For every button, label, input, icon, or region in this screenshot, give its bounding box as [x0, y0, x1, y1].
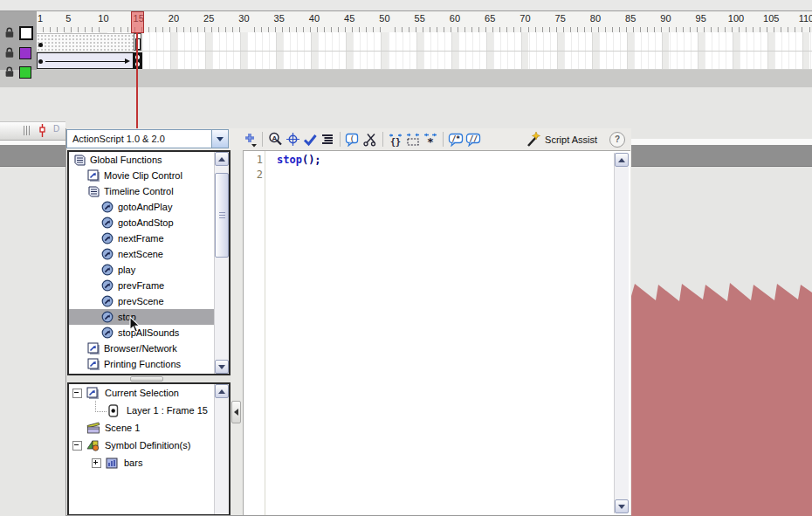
check-syntax-button[interactable] — [301, 131, 319, 148]
square-arrow-icon — [87, 169, 100, 182]
lock-icon[interactable] — [4, 66, 15, 78]
toolbox-item-global-functions[interactable]: Global Functions — [69, 152, 229, 168]
scroll-up-button[interactable] — [215, 384, 229, 398]
collapse-selection-button[interactable] — [404, 131, 422, 148]
toolbox-item-stop[interactable]: stop — [69, 309, 229, 325]
tween-arrowhead — [125, 58, 130, 64]
toolbar-separator — [340, 132, 341, 147]
ruler-label: 70 — [520, 13, 530, 24]
dropdown-value: ActionScript 1.0 & 2.0 — [67, 134, 211, 144]
thumb-grip-icon — [219, 212, 225, 219]
toolbox-item-prevframe[interactable]: prevFrame — [69, 278, 229, 293]
apply-line-comment-button[interactable]: // — [464, 131, 482, 148]
navigator-item-symbol-definition-s-[interactable]: Symbol Definition(s) — [69, 437, 229, 454]
scroll-down-button[interactable] — [215, 360, 229, 374]
show-code-hint-icon: ( — [345, 132, 361, 147]
splitter-knob[interactable] — [130, 376, 163, 382]
stage-bars-artwork[interactable] — [631, 128, 812, 516]
script-line[interactable]: 2 — [244, 169, 615, 183]
circle-arrow-icon — [101, 327, 114, 339]
svg-text:/*: /* — [451, 135, 460, 143]
toolbox-item-label: Movie Clip Control — [104, 170, 182, 181]
code-text: stop(); — [263, 154, 321, 169]
script-assist-button[interactable]: Script Assist — [524, 131, 597, 148]
apply-block-comment-button[interactable]: /* — [447, 131, 464, 148]
navigator-item-bars[interactable]: bars — [69, 454, 229, 471]
timeline-ruler[interactable]: 1510152025303540455055606570758085909510… — [37, 11, 812, 27]
navigator-scrollbar[interactable] — [214, 384, 229, 514]
apply-line-comment-icon: // — [465, 132, 482, 147]
collapse-panel-handle[interactable] — [231, 401, 241, 423]
layer1-color-swatch[interactable] — [19, 47, 31, 59]
clipped-label-fragment: D — [53, 124, 59, 134]
layer2-color-swatch[interactable] — [19, 66, 31, 79]
toolbox-item-nextscene[interactable]: nextScene — [69, 246, 229, 262]
navigator-item-layer-1-frame-15[interactable]: Layer 1 : Frame 15 — [69, 402, 229, 419]
script-navigator-tree: Current SelectionLayer 1 : Frame 15Scene… — [67, 382, 231, 515]
lock-icon[interactable] — [4, 27, 15, 38]
insert-target-path-button[interactable] — [284, 131, 301, 148]
collapse-between-braces-button[interactable]: {} — [387, 131, 404, 148]
auto-format-button[interactable] — [319, 131, 336, 148]
toolbox-item-prevscene[interactable]: prevScene — [69, 293, 229, 309]
circle-arrow-icon — [101, 295, 114, 307]
toolbox-item-stopallsounds[interactable]: stopAllSounds — [69, 325, 229, 341]
help-icon: ? — [615, 134, 620, 144]
collapse-icon[interactable] — [72, 441, 82, 451]
navigator-item-label: bars — [124, 458, 142, 468]
lock-icon[interactable] — [4, 47, 15, 58]
toolbox-item-timeline-control[interactable]: Timeline Control — [69, 183, 229, 199]
script-lines[interactable]: 1stop();2 — [244, 154, 615, 515]
frame-grid[interactable] — [37, 32, 812, 70]
line-number: 2 — [244, 169, 263, 183]
timeline-panel: 1510152025303540455055606570758085909510… — [0, 0, 812, 87]
panel-gutter — [231, 150, 243, 515]
toolbox-item-label: gotoAndStop — [118, 217, 174, 228]
navigator-item-scene-1[interactable]: Scene 1 — [69, 419, 229, 437]
chevron-down-icon — [217, 137, 224, 141]
toolbox-item-movie-clip-control[interactable]: Movie Clip Control — [69, 168, 229, 183]
arrow-down-icon — [618, 505, 625, 509]
toolbox-item-gotoandplay[interactable]: gotoAndPlay — [69, 199, 229, 215]
auto-format-icon — [320, 133, 334, 147]
debug-options-button[interactable] — [361, 131, 379, 148]
toolbox-item-printing-functions[interactable]: Printing Functions — [69, 356, 229, 372]
scrollbar-thumb[interactable] — [215, 173, 229, 258]
layer1-frame-span[interactable] — [37, 33, 134, 52]
toolbox-scrollbar[interactable] — [214, 152, 229, 374]
script-line[interactable]: 1stop(); — [244, 154, 615, 169]
actionscript-version-dropdown[interactable]: ActionScript 1.0 & 2.0 — [66, 129, 229, 148]
add-statement-button[interactable] — [241, 131, 258, 148]
toolbox-item-nextframe[interactable]: nextFrame — [69, 230, 229, 246]
playhead-line[interactable] — [136, 32, 138, 128]
script-editor[interactable]: 1stop();2 — [243, 150, 630, 515]
frame-icon — [108, 404, 122, 417]
script-scrollbar[interactable] — [614, 153, 629, 513]
toolbox-item-browser-network[interactable]: Browser/Network — [69, 341, 229, 356]
scroll-up-button[interactable] — [615, 153, 629, 167]
ruler-label: 110 — [799, 13, 812, 24]
dropdown-arrow-button[interactable] — [211, 130, 228, 148]
toolbox-item-gotoandstop[interactable]: gotoAndStop — [69, 215, 229, 230]
outline-color-header-swatch[interactable] — [19, 26, 33, 40]
help-button[interactable]: ? — [609, 132, 625, 148]
divider-grip-icon[interactable] — [24, 126, 31, 135]
toolbox-item-play[interactable]: play — [69, 262, 229, 278]
panel-divider-strip[interactable]: D — [0, 121, 65, 141]
playhead[interactable] — [131, 11, 144, 33]
scroll-up-button[interactable] — [215, 152, 229, 166]
expand-icon[interactable] — [92, 458, 101, 468]
ruler-label: 55 — [415, 13, 425, 24]
navigator-item-current-selection[interactable]: Current Selection — [69, 384, 229, 402]
find-button[interactable]: A — [266, 131, 284, 148]
circle-arrow-icon — [101, 232, 114, 244]
expand-all-button[interactable]: * — [422, 131, 439, 148]
layer2-keyframe-dot[interactable] — [38, 59, 43, 64]
movieclip-icon — [106, 457, 120, 470]
collapse-icon[interactable] — [72, 389, 82, 398]
ruler-label: 90 — [660, 13, 671, 24]
layer1-keyframe-dot[interactable] — [38, 43, 43, 47]
scroll-down-button[interactable] — [615, 499, 629, 513]
show-code-hint-button[interactable]: ( — [344, 131, 361, 148]
tree-splitter[interactable] — [66, 375, 231, 382]
